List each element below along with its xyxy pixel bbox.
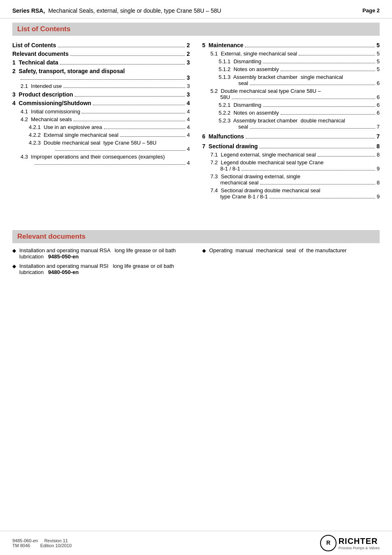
page-header: Series RSA, Mechanical Seals, external, … (0, 0, 392, 18)
toc-entry-3: 3 Product description 3 (12, 91, 190, 98)
toc-entry-4-1: 4.1 Initial commissioning 4 (21, 108, 190, 115)
doc-item-2: ◆ Installation and operating manual RSI … (12, 263, 190, 275)
header-title-block: Series RSA, Mechanical Seals, external, … (12, 7, 221, 14)
svg-text:R: R (326, 539, 330, 546)
footer-tm: TM 8046 Edition 10/2010 (12, 543, 71, 548)
toc-entry-4-2: 4.2 Mechanical seals 4 (21, 116, 190, 122)
toc-entry-4-2-1: 4.2.1 Use in an explosive area 4 (29, 124, 190, 130)
toc-entry-1: 1 Technical data 3 (12, 59, 190, 66)
relevant-docs-section: Relevant documents ◆ Installation and op… (12, 230, 380, 279)
toc-entry-5-1-1: 5.1.1 Dismantling 5 (219, 58, 380, 64)
toc-entry-4: 4 Commissioning/Shutdown 4 (12, 100, 190, 106)
toc-heading: List of Contents (12, 23, 380, 36)
toc-entry-7-3: 7.3 Sectional drawing external, single m… (210, 173, 380, 186)
footer-left: 9485-060-en Revision 11 TM 8046 Edition … (12, 538, 71, 548)
toc-entry-2: 2 Safety, transport, storage and disposa… (12, 68, 190, 81)
doc-item-3: ◆ Operating manual mechanical seal of th… (202, 247, 380, 253)
doc-item-1: ◆ Installation and operating manual RSA … (12, 247, 190, 260)
docs-col-right: ◆ Operating manual mechanical seal of th… (202, 247, 380, 279)
toc-entry-5-2-1: 5.2.1 Dismantling 6 (219, 102, 380, 108)
toc-entry-5: 5 Maintenance 5 (202, 42, 380, 48)
relevant-docs-heading: Relevant documents (12, 230, 380, 243)
toc-entry-5-2-2: 5.2.2 Notes on assembly 6 (219, 110, 380, 116)
toc-entry-7-2: 7.2 Legend double mechanical seal type C… (210, 159, 380, 172)
footer-logo: R RICHTER Process Pumps & Valves (320, 534, 380, 552)
toc-left: List of Contents 2 Relevant documents 2 … (12, 40, 190, 201)
toc-entry-7: 7 Sectional drawing 8 (202, 143, 380, 150)
toc-entry-4-3: 4.3 Improper operations and their conseq… (21, 154, 190, 166)
page-footer: 9485-060-en Revision 11 TM 8046 Edition … (0, 531, 392, 555)
toc-right: 5 Maintenance 5 5.1 External, single mec… (202, 40, 380, 201)
brand-name: RICHTER (339, 537, 380, 546)
toc-entry-4-2-3: 4.2.3 Double mechanical seal type Crane … (29, 140, 190, 152)
toc-entry-relevantdocs: Relevant documents 2 (12, 51, 190, 57)
main-content: List of Contents List of Contents 2 Rele… (0, 18, 392, 287)
toc-entry-listofcontents: List of Contents 2 (12, 42, 190, 48)
toc-entry-5-2: 5.2 Double mechanical seal type Crane 58… (210, 88, 380, 100)
toc-entry-5-1-3: 5.1.3 Assembly bracket chamber single me… (219, 74, 380, 86)
docs-col-left: ◆ Installation and operating manual RSA … (12, 247, 190, 279)
toc-entry-5-1: 5.1 External, single mechanical seal 5 (210, 51, 380, 57)
docs-list-right: ◆ Operating manual mechanical seal of th… (202, 247, 380, 253)
docs-list-left: ◆ Installation and operating manual RSA … (12, 247, 190, 275)
toc-entry-6: 6 Malfunctions 7 (202, 133, 380, 140)
header-series: Series RSA, (12, 7, 45, 14)
toc-container: List of Contents 2 Relevant documents 2 … (12, 40, 380, 201)
toc-entry-7-1: 7.1 Legend external, single mechanical s… (210, 152, 380, 158)
richter-logo-icon: R (320, 534, 337, 552)
toc-entry-4-2-2: 4.2.2 External single mechanical seal 4 (29, 132, 190, 138)
toc-entry-5-2-3: 5.2.3 Assembly bracket chamber double me… (219, 117, 380, 130)
docs-columns: ◆ Installation and operating manual RSA … (12, 247, 380, 279)
toc-entry-2-1: 2.1 Intended use 3 (21, 83, 190, 89)
footer-doc-number: 9485-060-en Revision 11 (12, 538, 71, 543)
toc-entry-7-4: 7.4 Sectional drawing double mechanical … (210, 187, 380, 200)
header-page: Page 2 (362, 7, 380, 14)
header-title: Mechanical Seals, external, single or do… (48, 7, 221, 14)
brand-sub: Process Pumps & Valves (339, 546, 380, 550)
toc-entry-5-1-2: 5.1.2 Notes on assembly 5 (219, 66, 380, 72)
